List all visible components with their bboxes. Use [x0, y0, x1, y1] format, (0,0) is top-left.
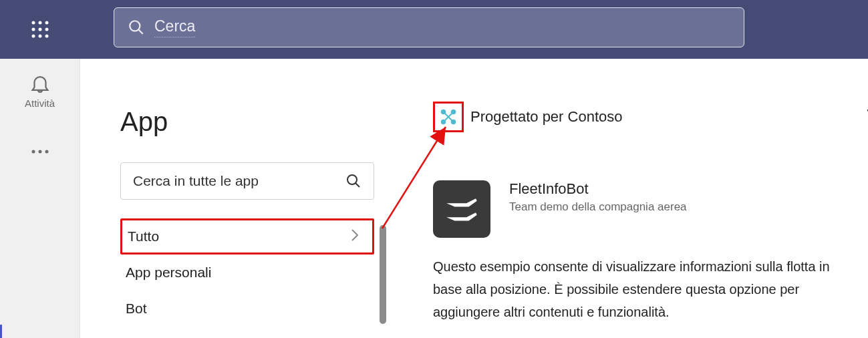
- search-icon: [345, 173, 361, 189]
- svg-point-3: [32, 28, 35, 31]
- bell-icon: [29, 72, 51, 95]
- svg-point-2: [45, 21, 49, 25]
- svg-point-1: [39, 21, 42, 25]
- airplane-icon: [443, 190, 480, 228]
- category-all[interactable]: Tutto: [120, 218, 374, 255]
- chevron-right-icon: [349, 227, 360, 246]
- svg-point-11: [31, 150, 35, 154]
- svg-point-7: [39, 35, 42, 38]
- svg-point-6: [32, 35, 35, 38]
- accent-bar: [0, 325, 2, 338]
- section-title: Progettato per Contoso: [470, 108, 622, 126]
- category-label: Bot: [126, 301, 147, 317]
- category-label: Tutto: [128, 228, 159, 244]
- svg-line-15: [355, 183, 359, 187]
- svg-point-0: [32, 21, 35, 25]
- waffle-icon: [30, 19, 50, 39]
- ellipsis-icon: [30, 148, 50, 155]
- app-card[interactable]: FleetInfoBot Team demo della compagnia a…: [433, 180, 861, 238]
- apps-panel: App Cerca in tutte le app Tutto App pers…: [120, 107, 381, 327]
- global-search-input[interactable]: Cerca: [114, 7, 744, 47]
- section-header: Progettato per Contoso Visualizza tutto: [433, 100, 861, 134]
- search-icon: [128, 19, 145, 36]
- app-meta: FleetInfoBot Team demo della compagnia a…: [509, 180, 687, 214]
- global-search-placeholder: Cerca: [154, 17, 195, 37]
- app-name: FleetInfoBot: [509, 180, 687, 198]
- apps-title: App: [120, 107, 381, 137]
- category-scrollbar[interactable]: [380, 225, 386, 324]
- svg-point-8: [45, 35, 49, 38]
- tenant-logo-highlight: [433, 102, 464, 132]
- rail-more-button[interactable]: [30, 146, 50, 158]
- svg-line-10: [138, 29, 143, 34]
- svg-point-5: [45, 28, 49, 31]
- svg-point-4: [39, 28, 42, 31]
- svg-point-14: [347, 175, 357, 184]
- category-personal-apps[interactable]: App personali: [120, 255, 374, 291]
- category-label: App personali: [126, 265, 211, 281]
- app-publisher: Team demo della compagnia aerea: [509, 200, 687, 214]
- rail-activity-button[interactable]: Attività: [0, 72, 80, 109]
- app-launcher-button[interactable]: [0, 0, 80, 59]
- svg-point-12: [38, 150, 41, 154]
- app-icon: [433, 180, 490, 238]
- rail-activity-label: Attività: [25, 98, 55, 109]
- main-content: App Cerca in tutte le app Tutto App pers…: [80, 59, 868, 338]
- top-bar: Cerca: [0, 0, 868, 59]
- apps-search-placeholder: Cerca in tutte le app: [133, 173, 259, 189]
- svg-point-9: [130, 21, 140, 31]
- app-description: Questo esempio consente di visualizzare …: [433, 255, 861, 323]
- apps-search-input[interactable]: Cerca in tutte le app: [120, 162, 374, 200]
- svg-point-13: [45, 150, 48, 154]
- apps-section: Progettato per Contoso Visualizza tutto …: [433, 100, 861, 323]
- left-rail: Attività: [0, 59, 80, 338]
- apps-category-list: Tutto App personali Bot: [120, 218, 381, 327]
- category-bot[interactable]: Bot: [120, 291, 374, 327]
- tenant-logo-icon: [438, 107, 458, 127]
